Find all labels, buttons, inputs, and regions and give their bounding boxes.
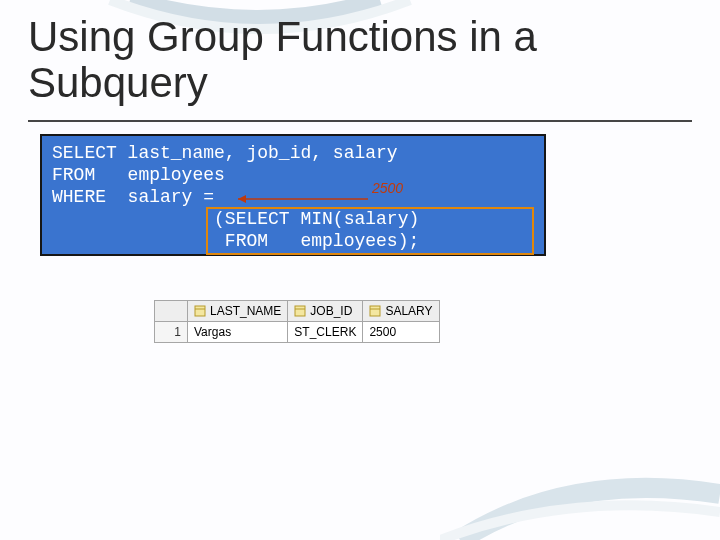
- table-row: 1 Vargas ST_CLERK 2500: [155, 322, 440, 343]
- column-icon: [369, 305, 381, 317]
- svg-rect-6: [370, 306, 380, 316]
- row-number: 1: [155, 322, 188, 343]
- svg-rect-4: [295, 306, 305, 316]
- column-icon: [294, 305, 306, 317]
- subquery-highlight: [206, 207, 534, 255]
- title-line-2: Subquery: [28, 59, 208, 106]
- header-label: SALARY: [385, 304, 432, 318]
- code-line-3: WHERE salary =: [52, 187, 214, 207]
- cell-job-id: ST_CLERK: [288, 322, 363, 343]
- column-icon: [194, 305, 206, 317]
- cell-salary: 2500: [363, 322, 439, 343]
- title-line-1: Using Group Functions in a: [28, 13, 537, 60]
- row-number-header: [155, 301, 188, 322]
- col-last-name: LAST_NAME: [188, 301, 288, 322]
- annotation-arrow: [224, 189, 370, 209]
- slide-title: Using Group Functions in a Subquery: [28, 14, 537, 106]
- header-label: JOB_ID: [310, 304, 352, 318]
- title-underline: [28, 120, 692, 122]
- col-job-id: JOB_ID: [288, 301, 363, 322]
- col-salary: SALARY: [363, 301, 439, 322]
- table-header-row: LAST_NAME JOB_ID SAL: [155, 301, 440, 322]
- slide-bottom-decoration: [440, 460, 720, 540]
- svg-rect-2: [195, 306, 205, 316]
- cell-last-name: Vargas: [188, 322, 288, 343]
- svg-marker-1: [238, 195, 246, 203]
- code-line-1: SELECT last_name, job_id, salary: [52, 143, 398, 163]
- annotation-result-value: 2500: [372, 180, 403, 196]
- query-result-table: LAST_NAME JOB_ID SAL: [154, 300, 440, 343]
- header-label: LAST_NAME: [210, 304, 281, 318]
- code-line-2: FROM employees: [52, 165, 225, 185]
